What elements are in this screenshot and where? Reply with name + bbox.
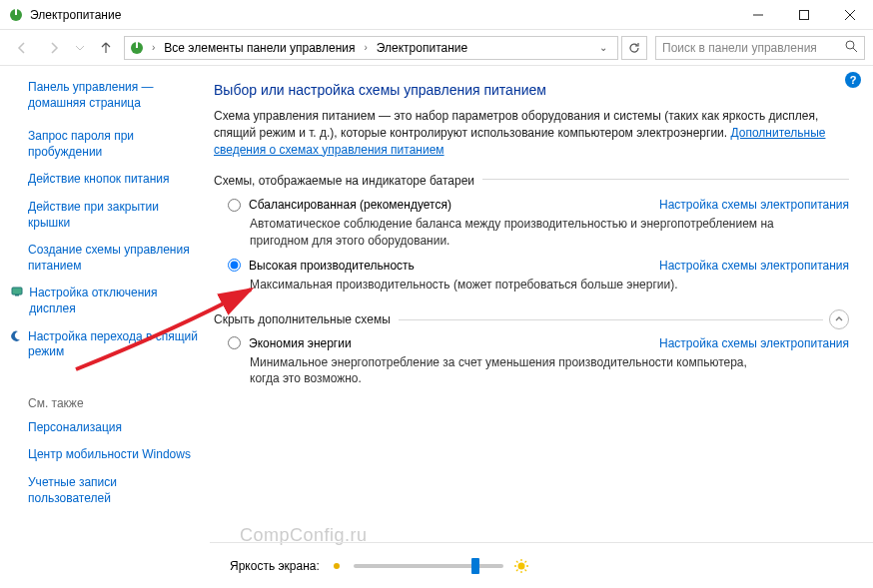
svg-line-20: [516, 569, 518, 571]
refresh-button[interactable]: [621, 36, 647, 60]
forward-button[interactable]: [40, 34, 68, 62]
search-icon: [845, 40, 858, 56]
page-description: Схема управления питанием — это набор па…: [214, 108, 849, 158]
plan-balanced: Сбалансированная (рекомендуется) Настрой…: [228, 198, 849, 248]
svg-rect-1: [15, 9, 17, 15]
divider: [482, 179, 849, 180]
plan-eco-desc: Минимальное энергопотребление за счет ум…: [250, 354, 779, 386]
chevron-right-icon: ›: [149, 42, 158, 53]
close-button[interactable]: [827, 0, 873, 30]
page-title: Выбор или настройка схемы управления пит…: [214, 82, 849, 98]
plan-balanced-settings-link[interactable]: Настройка схемы электропитания: [659, 198, 849, 212]
see-also-mobility-center[interactable]: Центр мобильности Windows: [28, 447, 198, 463]
svg-rect-3: [800, 10, 809, 19]
brightness-bar: Яркость экрана:: [210, 542, 873, 588]
sun-dim-icon: [330, 559, 344, 573]
plan-high-name: Высокая производительность: [249, 259, 659, 273]
sidebar-item-password-wake[interactable]: Запрос пароля при пробуждении: [28, 129, 198, 160]
svg-rect-10: [12, 288, 22, 294]
up-button[interactable]: [92, 34, 120, 62]
sidebar-item-display-off[interactable]: Настройка отключения дисплея: [28, 286, 198, 316]
control-panel-icon: [129, 40, 145, 56]
back-button[interactable]: [8, 34, 36, 62]
sidebar-item-create-plan[interactable]: Создание схемы управления питанием: [28, 243, 198, 274]
divider: [399, 319, 823, 320]
slider-thumb[interactable]: [471, 558, 479, 574]
radio-balanced[interactable]: [228, 199, 241, 212]
breadcrumb-segment[interactable]: Электропитание: [375, 41, 469, 55]
help-icon[interactable]: ?: [845, 72, 861, 88]
window-title: Электропитание: [30, 8, 735, 22]
see-also-label: См. также: [28, 396, 198, 410]
plan-balanced-desc: Автоматическое соблюдение баланса между …: [250, 216, 779, 248]
sidebar-home[interactable]: Панель управления — домашняя страница: [28, 80, 198, 111]
plan-high-settings-link[interactable]: Настройка схемы электропитания: [659, 259, 849, 273]
titlebar: Электропитание: [0, 0, 873, 30]
search-input[interactable]: Поиск в панели управления: [655, 36, 865, 60]
svg-line-21: [524, 561, 526, 563]
sidebar-item-lid-close[interactable]: Действие при закрытии крышки: [28, 200, 198, 231]
moon-icon: [10, 329, 22, 341]
display-icon: [10, 286, 23, 297]
search-placeholder: Поиск в панели управления: [662, 41, 817, 55]
plan-eco-settings-link[interactable]: Настройка схемы электропитания: [659, 336, 849, 350]
collapse-button[interactable]: [829, 309, 849, 329]
plan-high-performance: Высокая производительность Настройка схе…: [228, 259, 849, 293]
address-bar: › Все элементы панели управления › Элект…: [0, 30, 873, 66]
recent-dropdown[interactable]: [72, 34, 88, 62]
svg-rect-11: [15, 294, 19, 296]
maximize-button[interactable]: [781, 0, 827, 30]
svg-line-18: [516, 561, 518, 563]
breadcrumb-dropdown[interactable]: ⌄: [593, 42, 613, 53]
app-icon: [8, 7, 24, 23]
section-battery-label: Схемы, отображаемые на индикаторе батаре…: [214, 174, 474, 188]
svg-line-19: [524, 569, 526, 571]
plan-eco-name: Экономия энергии: [249, 336, 659, 350]
svg-point-13: [517, 562, 524, 569]
sidebar: Панель управления — домашняя страница За…: [0, 66, 210, 588]
breadcrumb[interactable]: › Все элементы панели управления › Элект…: [124, 36, 618, 60]
radio-high-performance[interactable]: [228, 259, 241, 272]
breadcrumb-segment[interactable]: Все элементы панели управления: [162, 41, 357, 55]
section-hide-label[interactable]: Скрыть дополнительные схемы: [214, 312, 391, 326]
svg-rect-7: [136, 42, 138, 48]
svg-point-12: [334, 563, 340, 569]
chevron-right-icon: ›: [361, 42, 370, 53]
minimize-button[interactable]: [735, 0, 781, 30]
sidebar-item-power-buttons[interactable]: Действие кнопок питания: [28, 172, 198, 188]
content-area: ? Выбор или настройка схемы управления п…: [210, 66, 873, 588]
sidebar-item-sleep[interactable]: Настройка перехода в спящий режим: [28, 329, 198, 360]
plan-power-saver: Экономия энергии Настройка схемы электро…: [228, 336, 849, 386]
sun-bright-icon: [513, 558, 529, 574]
see-also-personalization[interactable]: Персонализация: [28, 420, 198, 436]
plan-balanced-name: Сбалансированная (рекомендуется): [249, 198, 659, 212]
see-also-user-accounts[interactable]: Учетные записи пользователей: [28, 475, 198, 506]
brightness-label: Яркость экрана:: [230, 559, 320, 573]
svg-point-8: [846, 41, 854, 49]
brightness-slider[interactable]: [354, 564, 503, 568]
radio-power-saver[interactable]: [228, 336, 241, 349]
svg-line-9: [853, 48, 857, 52]
plan-high-desc: Максимальная производительность (может п…: [250, 277, 779, 293]
